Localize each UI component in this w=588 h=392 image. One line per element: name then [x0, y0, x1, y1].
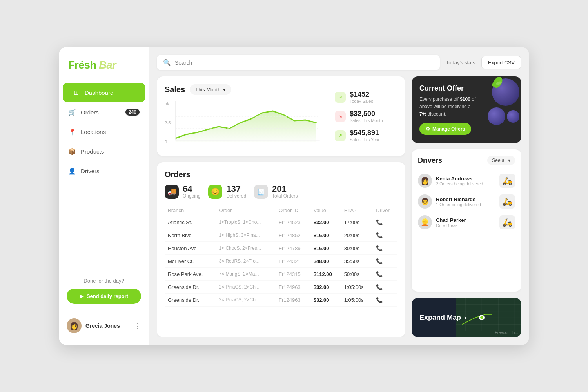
driver-info: Robert Richards 1 Order being delivered: [436, 196, 495, 207]
cell-branch: Houston Ave: [165, 242, 216, 255]
sidebar-item-orders[interactable]: 🛒 Orders 240: [59, 103, 149, 122]
phone-icon[interactable]: 📞: [376, 232, 383, 238]
sidebar-item-dashboard[interactable]: ⊞ Dashboard: [63, 83, 145, 102]
trend-down-indicator: ↘: [335, 111, 346, 122]
period-label: This Month: [195, 87, 220, 93]
stat-values: $1452 Today Sales: [350, 91, 373, 103]
sidebar-item-products[interactable]: 📦 Products: [59, 142, 149, 161]
sales-stats: ↗ $1452 Today Sales ↘: [335, 84, 397, 148]
sales-header: Sales This Month ▾: [165, 84, 327, 95]
cell-driver: 📞: [373, 216, 397, 229]
stat-values: $545,891 Sales This Year: [350, 129, 379, 142]
trend-down-icon: ↘: [338, 114, 342, 119]
sidebar-item-locations[interactable]: 📍 Locations: [59, 122, 149, 141]
month-selector[interactable]: This Month ▾: [190, 84, 231, 95]
cell-order: 2× PinaCS, 2×Ch...: [216, 294, 276, 307]
main-content: 🔍 Today's stats: Export CSV Sales: [149, 47, 529, 345]
driver-row: 👨 Robert Richards 1 Order being delivere…: [418, 191, 515, 212]
stat-year-sales: ↗ $545,891 Sales This Year: [335, 129, 397, 142]
trend-up-icon-2: ↗: [338, 133, 342, 138]
cell-order: 1× HighS, 3×Pina...: [216, 229, 276, 242]
drivers-title: Drivers: [418, 156, 442, 165]
driver-info: Chad Parker On a Break: [436, 217, 495, 228]
map-card[interactable]: Expand Map ›: [412, 298, 521, 337]
cell-value: $32.00: [310, 281, 341, 294]
see-all-button[interactable]: See all ▾: [487, 156, 515, 165]
stat-today-sales: ↗ $1452 Today Sales: [335, 91, 397, 103]
logo: Frésh Bar: [68, 59, 140, 71]
total-stat: 🧾 201 Total Orders: [254, 185, 298, 199]
orders-table: Branch Order Order ID Value ETA ↑ Driver…: [165, 205, 397, 307]
phone-icon[interactable]: 📞: [376, 297, 383, 303]
month-sales-label: Sales This Month: [350, 118, 383, 123]
sidebar-item-label: Locations: [81, 129, 106, 135]
sales-card: Sales This Month ▾ 5k 2.5k 0: [157, 76, 405, 156]
nav-items: ⊞ Dashboard 🛒 Orders 240 📍 Locations 📦 P…: [59, 83, 149, 270]
driver-row: 👩 Kenia Andrews 2 Orders being delivered…: [418, 171, 515, 191]
driver-avatar: 👨: [418, 194, 432, 209]
send-report-button[interactable]: ▶ Send daily report: [67, 289, 141, 304]
todays-stats-label: Today's stats:: [446, 60, 477, 65]
sidebar-item-label: Drivers: [81, 168, 100, 174]
cell-branch: North Blvd: [165, 229, 216, 242]
box-icon: 📦: [68, 147, 76, 155]
delivered-values: 137 Delivered: [226, 185, 246, 199]
sidebar-item-label: Dashboard: [85, 89, 113, 96]
cell-value: $16.00: [310, 229, 341, 242]
trend-up-indicator: ↗: [335, 92, 346, 103]
offer-content: Current Offer Every purchase off $100 of…: [419, 84, 514, 135]
sidebar-item-label: Products: [81, 148, 104, 155]
col-driver: Driver: [373, 205, 397, 216]
phone-icon[interactable]: 📞: [376, 219, 383, 225]
sidebar-item-drivers[interactable]: 👤 Drivers: [59, 162, 149, 180]
today-sales-label: Today Sales: [350, 99, 373, 103]
chart-label-2.5k: 2.5k: [165, 120, 173, 125]
phone-icon[interactable]: 📞: [376, 258, 383, 264]
cell-value: $32.00: [310, 216, 341, 229]
header-right: Today's stats: Export CSV: [446, 56, 521, 69]
expand-map-label: Expand Map: [419, 314, 461, 322]
cell-order: 3× RedRS, 2×Tro...: [216, 255, 276, 268]
offer-description: Every purchase off $100 of above will be…: [419, 96, 476, 118]
total-label: Total Orders: [272, 193, 298, 199]
search-input[interactable]: [175, 60, 434, 66]
cell-branch: Atlantic St.: [165, 216, 216, 229]
send-report-label: Send daily report: [87, 293, 128, 299]
table-row: McFlyer Ct. 3× RedRS, 2×Tro... Fr124321 …: [165, 255, 397, 268]
sidebar: Frésh Bar ⊞ Dashboard 🛒 Orders 240 📍 Loc…: [59, 47, 149, 345]
cell-eta: 1:05:00s: [341, 281, 373, 294]
col-value: Value: [310, 205, 341, 216]
driver-name: Robert Richards: [436, 196, 495, 202]
cell-driver: 📞: [373, 281, 397, 294]
chevron-right-icon: ›: [464, 314, 466, 322]
col-order-id: Order ID: [276, 205, 310, 216]
trend-up-icon: ↗: [338, 94, 342, 100]
driver-name: Kenia Andrews: [436, 176, 495, 181]
chart-label-0: 0: [165, 140, 173, 144]
manage-offers-button[interactable]: ⚙ Manage Offers: [419, 123, 471, 135]
today-sales-value: $1452: [350, 91, 373, 99]
year-sales-value: $545,891: [350, 129, 379, 137]
chevron-down-icon: ▾: [223, 87, 226, 93]
phone-icon[interactable]: 📞: [376, 245, 383, 251]
delivered-num: 137: [226, 185, 246, 193]
more-options-icon[interactable]: ⋮: [134, 321, 141, 330]
delivered-label: Delivered: [226, 193, 246, 199]
cell-branch: McFlyer Ct.: [165, 255, 216, 268]
table-header-row: Branch Order Order ID Value ETA ↑ Driver: [165, 205, 397, 216]
sidebar-item-label: Orders: [81, 109, 99, 116]
table-row: Houston Ave 1× ChocS, 2×Fres... Fr124789…: [165, 242, 397, 255]
header: 🔍 Today's stats: Export CSV: [157, 55, 521, 70]
ongoing-values: 64 Ongoing: [183, 185, 200, 199]
scooter-icon: 🛵: [499, 215, 515, 229]
col-order: Order: [216, 205, 276, 216]
year-sales-label: Sales This Year: [350, 137, 379, 142]
stat-month-sales: ↘ $32,500 Sales This Month: [335, 110, 397, 123]
chart-labels: 5k 2.5k 0: [165, 101, 173, 144]
export-csv-button[interactable]: Export CSV: [481, 56, 521, 69]
total-num: 201: [272, 185, 298, 193]
cell-branch: Greenside Dr.: [165, 281, 216, 294]
cell-driver: 📞: [373, 294, 397, 307]
phone-icon[interactable]: 📞: [376, 284, 383, 290]
scooter-icon: 🛵: [499, 194, 515, 209]
